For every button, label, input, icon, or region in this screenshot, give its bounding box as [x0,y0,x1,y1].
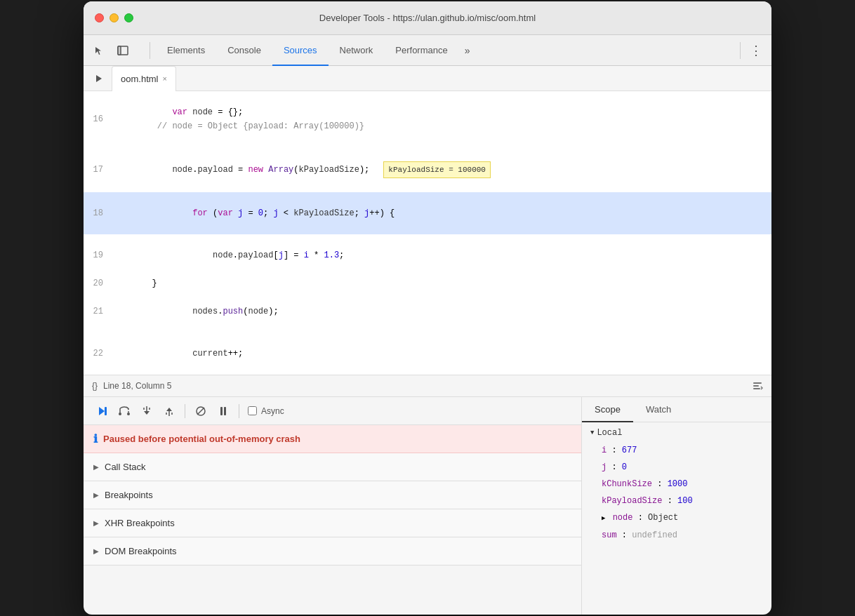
code-editor: 16 var node = {}; // node = Object {payl… [84,91,771,375]
line-content-20: } [112,276,771,290]
file-tab-oom[interactable]: oom.html × [112,66,176,91]
svg-point-10 [127,413,130,415]
svg-rect-1 [118,46,121,55]
line-number-22: 22 [84,347,112,361]
scope-item-sum: sum : undefined [590,527,763,544]
line-content-17: node.payload = new Array(kPayloadSize);k… [112,147,771,192]
lower-section: Async ℹ Paused before potential out-of-m… [84,397,771,615]
step-into-button[interactable] [137,401,157,421]
line-number-21: 21 [84,304,112,319]
scope-tab-watch[interactable]: Watch [633,397,684,422]
svg-marker-2 [96,75,102,82]
line-content-21: nodes.push(node); [112,290,771,333]
dock-icon[interactable] [113,41,133,60]
tooltip-payload-size: kPayloadSize = 100000 [383,161,491,178]
step-over-button[interactable] [114,401,134,421]
tab-console[interactable]: Console [216,35,272,66]
dom-triangle: ▶ [93,547,99,555]
line-number-16: 16 [84,112,112,126]
tab-bar-end: ⋮ [734,41,766,60]
async-checkbox[interactable] [248,406,257,415]
title-bar: Developer Tools - https://ulan.github.io… [84,1,771,35]
step-out-button[interactable] [159,401,179,421]
tab-performance[interactable]: Performance [384,35,458,66]
call-stack-label: Call Stack [105,462,146,472]
scope-item-kchunksize: kChunkSize : 1000 [590,476,763,493]
dom-breakpoints-section[interactable]: ▶ DOM Breakpoints [84,537,581,565]
async-checkbox-group: Async [248,406,284,416]
deactivate-breakpoints-button[interactable] [191,401,211,421]
traffic-lights [95,13,133,22]
tab-sources[interactable]: Sources [272,35,329,66]
code-line-18: 18 for (var j = 0; j < kPayloadSize; j++… [84,192,771,234]
scope-tabs: Scope Watch [582,397,771,422]
code-line-19: 19 node.payload[j] = i * 1.3; [84,234,771,276]
line-number-17: 17 [84,163,112,177]
call-stack-triangle: ▶ [93,463,99,471]
pause-exceptions-button[interactable] [213,401,233,421]
svg-marker-12 [144,411,150,415]
line-content-22: current++; [112,333,771,375]
line-content-16: var node = {}; // node = Object {payload… [112,91,771,147]
more-tabs-button[interactable]: » [459,35,476,66]
menu-button[interactable]: ⋮ [746,41,766,60]
file-tab-close-button[interactable]: × [162,74,166,83]
devtools-window: Developer Tools - https://ulan.github.io… [84,1,771,615]
status-position: Line 18, Column 5 [103,381,171,391]
tab-network[interactable]: Network [329,35,385,66]
file-tab-name: oom.html [121,74,158,84]
xhr-triangle: ▶ [93,519,99,527]
dom-breakpoints-label: DOM Breakpoints [105,546,177,556]
scope-content: ▼ Local i : 677 j : 0 kChunkSize [582,422,771,549]
svg-rect-7 [105,407,107,415]
code-line-16: 16 var node = {}; // node = Object {payl… [84,91,771,147]
tab-bar: Elements Console Sources Network Perform… [84,35,771,66]
toolbar-icons [89,41,133,60]
right-panel: Scope Watch ▼ Local i : 677 [582,397,771,615]
svg-marker-6 [99,407,105,415]
scope-item-kpayloadsize: kPayloadSize : 100 [590,493,763,509]
scope-tab-scope[interactable]: Scope [582,397,633,422]
close-button[interactable] [95,13,104,22]
debugger-divider [185,404,185,418]
code-line-17: 17 node.payload = new Array(kPayloadSize… [84,147,771,192]
line-number-19: 19 [84,248,112,262]
scope-local-title: ▼ Local [590,428,763,438]
svg-rect-5 [753,388,760,389]
line-number-20: 20 [84,276,112,290]
code-line-20: 20 } [84,276,771,290]
svg-rect-4 [753,385,759,387]
sidebar-toggle-button[interactable] [89,69,109,88]
line-content-19: node.payload[j] = i * 1.3; [112,234,771,276]
scope-item-node[interactable]: ▶ node : Object [590,509,763,527]
maximize-button[interactable] [124,13,133,22]
left-panel: Async ℹ Paused before potential out-of-m… [84,397,582,615]
oom-banner: ℹ Paused before potential out-of-memory … [84,425,581,453]
breakpoints-section[interactable]: ▶ Breakpoints [84,481,581,509]
svg-point-9 [119,413,121,415]
call-stack-section[interactable]: ▶ Call Stack [84,453,581,481]
async-label: Async [261,406,284,416]
oom-text: Paused before potential out-of-memory cr… [103,434,300,444]
status-bar: {} Line 18, Column 5 [84,375,771,397]
xhr-breakpoints-section[interactable]: ▶ XHR Breakpoints [84,509,581,537]
divider [150,42,150,59]
scope-item-j: j : 0 [590,459,763,476]
code-line-21: 21 nodes.push(node); [84,290,771,333]
format-icon[interactable] [752,380,763,391]
svg-marker-16 [166,408,172,411]
line-content-18: for (var j = 0; j < kPayloadSize; j++) { [112,192,771,234]
node-expand-icon: ▶ [602,515,605,522]
resume-button[interactable] [92,401,112,421]
svg-rect-22 [224,407,226,415]
status-curly: {} [92,381,98,391]
svg-line-20 [197,408,204,415]
svg-rect-21 [220,407,223,415]
breakpoints-label: Breakpoints [105,490,153,500]
info-icon: ℹ [93,432,98,446]
minimize-button[interactable] [110,13,119,22]
tab-elements[interactable]: Elements [156,35,216,66]
divider2 [740,42,741,59]
cursor-icon[interactable] [89,41,109,60]
window-title: Developer Tools - https://ulan.github.io… [319,13,536,23]
